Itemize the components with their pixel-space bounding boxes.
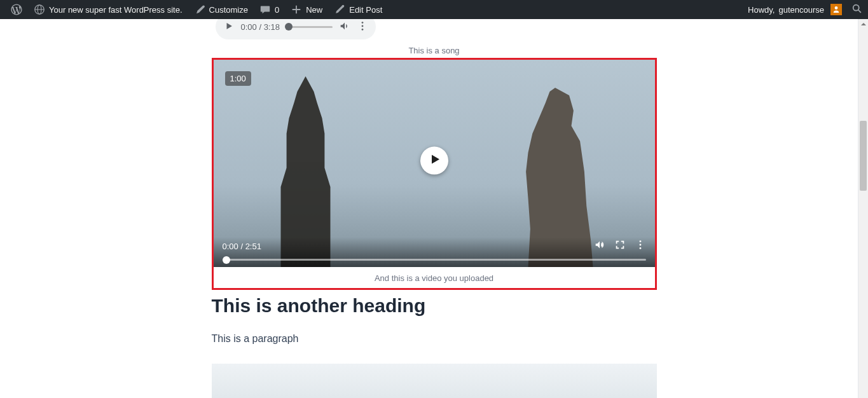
volume-icon <box>594 239 605 253</box>
video-big-play-button[interactable] <box>420 147 448 175</box>
video-controls: 0:00 / 2:51 <box>214 237 655 267</box>
svg-point-4 <box>361 25 363 27</box>
audio-play-button[interactable] <box>223 21 235 32</box>
svg-point-8 <box>639 247 641 249</box>
more-vertical-icon <box>635 239 646 253</box>
video-seek-thumb[interactable] <box>223 256 230 264</box>
customize-label: Customize <box>209 5 248 15</box>
image-art-mountains <box>212 390 657 398</box>
user-avatar <box>830 4 842 15</box>
wp-admin-bar: Your new super fast WordPress site. Cust… <box>0 0 868 19</box>
admin-site-icon <box>34 4 45 15</box>
svg-point-6 <box>639 240 641 242</box>
video-fullscreen-button[interactable] <box>614 239 626 253</box>
wordpress-logo-icon <box>11 4 22 15</box>
audio-seek-track[interactable] <box>286 26 333 28</box>
post-heading: This is another heading <box>212 295 657 317</box>
page-scrollbar[interactable] <box>858 19 868 398</box>
howdy-prefix: Howdy, <box>748 5 775 15</box>
site-title-label: Your new super fast WordPress site. <box>49 5 183 15</box>
volume-icon <box>339 20 350 34</box>
video-duration-badge: 1:00 <box>225 71 251 86</box>
page-viewport: 0:00 / 3:18 This is a song 1:00 <box>0 19 868 398</box>
wp-logo-menu[interactable] <box>5 0 28 19</box>
svg-point-3 <box>361 22 363 24</box>
audio-caption: This is a song <box>212 46 657 55</box>
video-seek-track[interactable] <box>223 259 646 261</box>
video-caption: And this is a video you uploaded <box>214 267 655 288</box>
post-paragraph: This is a paragraph <box>212 333 657 345</box>
my-account-menu[interactable]: Howdy, gutencourse <box>742 0 848 19</box>
scrollbar-thumb[interactable] <box>860 121 867 191</box>
fullscreen-icon <box>614 239 626 253</box>
audio-block: 0:00 / 3:18 <box>216 19 376 39</box>
comments-count: 0 <box>275 5 279 15</box>
adminbar-search[interactable] <box>848 0 867 19</box>
svg-point-5 <box>361 28 363 30</box>
audio-volume-button[interactable] <box>339 20 350 34</box>
more-vertical-icon <box>357 20 368 34</box>
scrollbar-up[interactable] <box>858 19 868 29</box>
svg-point-7 <box>639 244 641 246</box>
play-icon <box>427 153 441 168</box>
new-label: New <box>306 5 322 15</box>
audio-seek-thumb[interactable] <box>285 23 293 31</box>
play-icon <box>224 22 233 32</box>
site-name-menu[interactable]: Your new super fast WordPress site. <box>28 0 188 19</box>
video-figure-highlighted: 1:00 0:00 / 2:51 <box>212 58 657 290</box>
chevron-up-icon <box>860 19 867 30</box>
audio-time-display: 0:00 / 3:18 <box>241 22 280 32</box>
customize-brush-icon <box>194 4 205 15</box>
video-more-button[interactable] <box>635 239 646 253</box>
comments-link[interactable]: 0 <box>254 0 285 19</box>
edit-post-link[interactable]: Edit Post <box>328 0 388 19</box>
image-art-snow <box>212 390 657 398</box>
video-volume-button[interactable] <box>594 239 605 253</box>
comments-icon <box>259 4 271 15</box>
video-time-display: 0:00 / 2:51 <box>223 242 261 251</box>
new-content-menu[interactable]: New <box>285 0 328 19</box>
edit-post-label: Edit Post <box>349 5 382 15</box>
plus-icon <box>291 4 302 15</box>
image-block <box>212 364 657 398</box>
search-icon <box>851 3 863 17</box>
audio-more-button[interactable] <box>357 20 368 34</box>
customize-link[interactable]: Customize <box>188 0 254 19</box>
video-player[interactable]: 1:00 0:00 / 2:51 <box>214 60 655 267</box>
audio-player[interactable]: 0:00 / 3:18 <box>216 19 376 39</box>
howdy-username: gutencourse <box>778 5 824 15</box>
pencil-icon <box>334 4 345 15</box>
post-content: 0:00 / 3:18 This is a song 1:00 <box>212 19 657 398</box>
